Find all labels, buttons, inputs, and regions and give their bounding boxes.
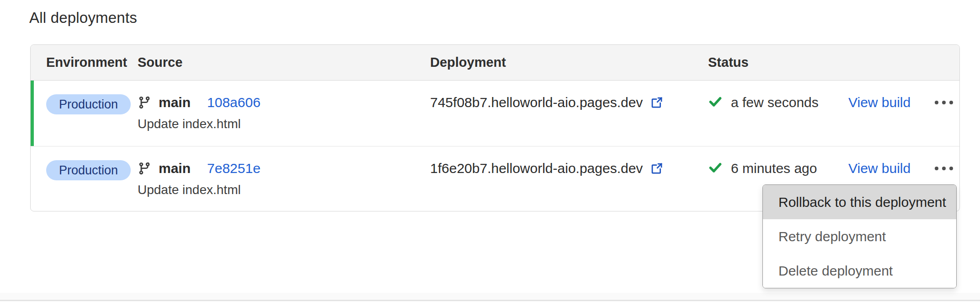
- git-branch-icon: [138, 162, 151, 175]
- page-title: All deployments: [29, 9, 137, 27]
- source-cell: main 7e8251e Update index.html: [138, 146, 430, 211]
- view-build-link[interactable]: View build: [848, 159, 911, 178]
- check-icon: [708, 94, 723, 111]
- environment-badge: Production: [46, 160, 131, 180]
- current-deployment-indicator: [31, 81, 34, 146]
- column-header-environment: Environment: [31, 55, 138, 70]
- column-header-deployment: Deployment: [430, 55, 708, 70]
- environment-badge: Production: [46, 94, 131, 114]
- git-branch-icon: [138, 96, 151, 109]
- ellipsis-menu-button[interactable]: [933, 165, 955, 172]
- status-cell: a few seconds: [708, 81, 848, 146]
- commit-message: Update index.html: [138, 116, 261, 132]
- deployment-url: 1f6e20b7.helloworld-aio.pages.dev: [430, 161, 643, 176]
- environment-cell: Production: [31, 146, 138, 211]
- deployment-url: 745f08b7.helloworld-aio.pages.dev: [430, 95, 643, 110]
- menu-item-rollback[interactable]: Rollback to this deployment: [763, 185, 956, 219]
- menu-item-retry[interactable]: Retry deployment: [763, 219, 956, 254]
- column-header-source: Source: [138, 55, 430, 70]
- deployment-actions-menu: Rollback to this deployment Retry deploy…: [762, 184, 957, 288]
- row-actions-cell: [933, 81, 959, 146]
- view-build-cell: View build: [848, 81, 933, 146]
- ellipsis-menu-button[interactable]: [933, 99, 955, 106]
- check-icon: [708, 160, 723, 177]
- view-build-link[interactable]: View build: [848, 93, 911, 112]
- status-time: 6 minutes ago: [731, 161, 817, 176]
- branch-name: main: [159, 95, 191, 110]
- column-header-status: Status: [708, 55, 848, 70]
- table-header-row: Environment Source Deployment Status: [31, 45, 959, 81]
- branch-name: main: [159, 161, 191, 176]
- menu-item-delete[interactable]: Delete deployment: [763, 254, 956, 288]
- external-link-icon[interactable]: [650, 96, 664, 109]
- deployment-cell: 1f6e20b7.helloworld-aio.pages.dev: [430, 146, 708, 211]
- status-time: a few seconds: [731, 95, 819, 110]
- section-divider: [0, 300, 980, 301]
- commit-link[interactable]: 7e8251e: [207, 161, 261, 176]
- commit-message: Update index.html: [138, 182, 261, 198]
- source-cell: main 108a606 Update index.html: [138, 81, 430, 146]
- table-row: Production main 108a606 Update index.htm…: [31, 81, 959, 146]
- section-bottom-band: [0, 293, 980, 300]
- environment-cell: Production: [31, 81, 138, 146]
- external-link-icon[interactable]: [650, 162, 664, 175]
- commit-link[interactable]: 108a606: [207, 95, 261, 110]
- deployment-cell: 745f08b7.helloworld-aio.pages.dev: [430, 81, 708, 146]
